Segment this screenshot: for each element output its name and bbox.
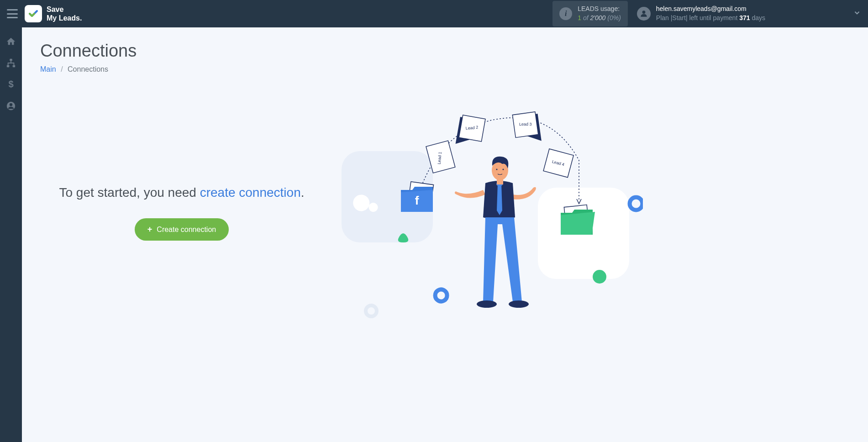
- svg-rect-2: [7, 65, 10, 68]
- plus-icon: +: [147, 225, 153, 234]
- svg-text:f: f: [415, 194, 419, 207]
- svg-point-23: [496, 169, 498, 170]
- sidebar-home-icon[interactable]: [6, 37, 16, 47]
- breadcrumb-current: Connections: [68, 65, 108, 73]
- logo-icon: [25, 5, 42, 22]
- user-avatar-icon: [637, 7, 651, 21]
- create-connection-button[interactable]: + Create connection: [135, 218, 229, 241]
- app-header: Save My Leads. i LEADS usage: 1 of 2'000…: [0, 0, 868, 27]
- svg-point-26: [509, 300, 529, 308]
- logo-text: Save My Leads.: [47, 5, 82, 22]
- breadcrumb-separator: /: [61, 65, 63, 73]
- svg-text:Lead 3: Lead 3: [519, 122, 532, 126]
- user-menu[interactable]: helen.savemyleads@gmail.com Plan |Start|…: [637, 5, 861, 22]
- app-logo[interactable]: Save My Leads.: [25, 5, 82, 22]
- breadcrumb-main-link[interactable]: Main: [40, 65, 56, 73]
- main-content: Connections Main / Connections To get st…: [22, 27, 868, 442]
- sidebar-account-icon[interactable]: [6, 101, 16, 111]
- leads-usage-text: LEADS usage: 1 of 2'000 (0%): [578, 5, 621, 22]
- empty-state-illustration: Lead 1 Lead 2 Lead 3 Lead 4: [323, 92, 850, 320]
- empty-state: To get started, you need create connecti…: [40, 92, 323, 241]
- sidebar-connections-icon[interactable]: [6, 58, 16, 68]
- chevron-down-icon: [853, 9, 861, 19]
- sidebar-billing-icon[interactable]: $: [6, 79, 16, 89]
- svg-point-0: [642, 11, 645, 14]
- user-info: helen.savemyleads@gmail.com Plan |Start|…: [656, 5, 765, 22]
- leads-usage-badge[interactable]: i LEADS usage: 1 of 2'000 (0%): [552, 1, 628, 26]
- breadcrumb: Main / Connections: [40, 65, 850, 74]
- svg-rect-3: [13, 65, 15, 68]
- create-connection-link[interactable]: create connection: [200, 185, 301, 200]
- svg-point-29: [630, 197, 642, 210]
- svg-point-27: [366, 305, 377, 316]
- menu-toggle-button[interactable]: [7, 9, 18, 18]
- sidebar-nav: $: [0, 27, 22, 442]
- svg-point-25: [477, 300, 497, 308]
- svg-text:$: $: [8, 79, 13, 89]
- page-title: Connections: [40, 41, 850, 61]
- svg-point-6: [10, 103, 12, 106]
- info-icon: i: [559, 7, 572, 20]
- svg-rect-1: [10, 59, 12, 61]
- svg-point-24: [503, 169, 504, 170]
- svg-point-28: [593, 270, 606, 284]
- empty-state-text: To get started, you need create connecti…: [40, 183, 323, 202]
